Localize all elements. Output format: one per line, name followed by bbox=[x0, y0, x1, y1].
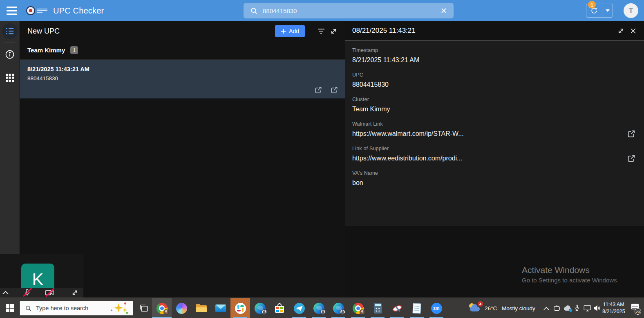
detail-header: 08/21/2025 11:43:21 bbox=[345, 21, 644, 41]
list-item-subtitle: 8804415830 bbox=[27, 75, 338, 81]
edge-icon bbox=[333, 303, 344, 314]
network-icon bbox=[584, 305, 591, 311]
microsoft-store-icon bbox=[275, 303, 284, 313]
group-count-badge: 1 bbox=[70, 46, 78, 54]
field-value: 8/21/2025 11:43:21 AM bbox=[352, 56, 617, 64]
detail-close-button[interactable] bbox=[627, 25, 639, 37]
search-highlights-icon[interactable] bbox=[110, 302, 129, 314]
video-call-mini-window[interactable]: K bbox=[0, 254, 83, 298]
taskbar-app-edge-3[interactable] bbox=[329, 298, 348, 318]
task-view-button[interactable] bbox=[135, 298, 153, 318]
tray-time: 11:43 AM bbox=[602, 301, 625, 308]
open-link-icon[interactable] bbox=[627, 129, 636, 138]
weather-temperature[interactable]: 26°C bbox=[485, 298, 497, 318]
search-bar[interactable] bbox=[244, 3, 454, 18]
list-item-title: 8/21/2025 11:43:21 AM bbox=[27, 66, 338, 72]
view-title: New UPC bbox=[27, 27, 275, 36]
participant-initial: K bbox=[32, 270, 43, 289]
add-button-label: Add bbox=[289, 28, 299, 34]
field-timestamp: Timestamp 8/21/2025 11:43:21 AM bbox=[352, 47, 637, 64]
watermark-line2: Go to Settings to activate Windows. bbox=[522, 277, 619, 284]
field-value: https://www.eedistribution.com/prodi... bbox=[352, 155, 617, 162]
expand-call-icon[interactable] bbox=[70, 288, 79, 297]
taskbar-app-mail[interactable] bbox=[211, 298, 230, 318]
tray-clock[interactable]: 11:43 AM 8/21/2025 bbox=[602, 298, 625, 318]
rail-divider bbox=[4, 43, 15, 43]
tray-microphone[interactable] bbox=[574, 298, 579, 318]
taskbar-app-edge-2[interactable] bbox=[309, 298, 329, 318]
chrome-icon bbox=[353, 303, 364, 314]
tray-network[interactable] bbox=[584, 298, 591, 318]
field-label: UPC bbox=[352, 72, 617, 78]
edge-icon bbox=[313, 303, 324, 314]
snipping-tool-icon bbox=[392, 303, 403, 314]
camera-off-icon[interactable] bbox=[45, 288, 54, 297]
taskbar-app-calculator[interactable] bbox=[368, 298, 387, 318]
clear-search-icon[interactable] bbox=[440, 7, 448, 15]
weather-tray-button[interactable]: 4 bbox=[468, 298, 482, 318]
taskbar-app-telegram[interactable] bbox=[289, 298, 309, 318]
sync-dropdown-button[interactable] bbox=[602, 4, 613, 17]
rail-item-list-view[interactable] bbox=[0, 21, 20, 41]
watermark-line1: Activate Windows bbox=[522, 265, 619, 275]
speaker-icon bbox=[593, 305, 601, 311]
taskbar-app-zoom[interactable]: zm bbox=[427, 298, 446, 318]
collapse-chevron-icon[interactable] bbox=[1, 288, 10, 297]
profile-badge bbox=[340, 309, 345, 315]
notification-count-badge: 23 bbox=[635, 308, 641, 315]
app-title: UPC Checker bbox=[53, 6, 104, 16]
screen-clip-icon bbox=[553, 305, 560, 311]
onedrive-cloud-icon bbox=[564, 305, 572, 311]
activate-windows-watermark: Activate Windows Go to Settings to activ… bbox=[522, 265, 619, 284]
rail-item-apps-grid[interactable] bbox=[0, 68, 20, 88]
taskbar-app-snipping-tool[interactable] bbox=[387, 298, 407, 318]
tray-volume[interactable] bbox=[593, 298, 601, 318]
field-label: Timestamp bbox=[352, 47, 617, 53]
filter-button[interactable] bbox=[315, 25, 327, 37]
add-button[interactable]: Add bbox=[275, 25, 305, 37]
taskbar-app-edge[interactable] bbox=[250, 298, 270, 318]
chevron-up-icon bbox=[543, 307, 549, 310]
open-supplier-link-icon[interactable] bbox=[330, 86, 339, 95]
tray-show-hidden-icons[interactable] bbox=[543, 298, 549, 318]
task-view-icon bbox=[140, 304, 148, 312]
detail-fullscreen-button[interactable] bbox=[615, 25, 627, 37]
action-center-button[interactable]: 23 bbox=[631, 298, 640, 318]
taskbar-app-chrome[interactable] bbox=[152, 298, 172, 318]
weather-condition[interactable]: Mostly cloudy bbox=[502, 298, 535, 318]
list-item[interactable]: 8/21/2025 11:43:21 AM 8804415830 bbox=[20, 60, 345, 99]
search-icon bbox=[25, 305, 32, 312]
chevron-down-icon bbox=[606, 9, 610, 12]
info-icon bbox=[5, 50, 15, 59]
taskbar-app-file-explorer[interactable] bbox=[191, 298, 211, 318]
tray-date: 8/21/2025 bbox=[602, 308, 625, 315]
open-walmart-link-icon[interactable] bbox=[314, 86, 323, 95]
tray-onedrive[interactable] bbox=[564, 298, 572, 318]
group-header[interactable]: Team Kimmy 1 bbox=[20, 41, 345, 60]
field-walmart-link: Walmart Link https://www.walmart.com/ip/… bbox=[352, 121, 637, 138]
taskbar-search-placeholder: Type here to search bbox=[36, 305, 110, 311]
field-va-name: VA's Name bon bbox=[352, 170, 637, 187]
action-center-icon: 23 bbox=[631, 304, 640, 313]
open-link-icon[interactable] bbox=[627, 154, 636, 163]
telegram-icon bbox=[294, 303, 305, 314]
microphone-muted-icon[interactable] bbox=[22, 288, 31, 297]
taskbar-app-chrome-2[interactable] bbox=[348, 298, 368, 318]
file-explorer-icon bbox=[196, 304, 207, 313]
taskbar-app-microsoft-store[interactable] bbox=[270, 298, 289, 318]
user-avatar[interactable]: T bbox=[624, 3, 638, 18]
menu-icon[interactable] bbox=[7, 7, 17, 15]
chrome-icon bbox=[157, 303, 168, 314]
tray-screen-clip[interactable] bbox=[553, 298, 560, 318]
taskbar-app-slack[interactable] bbox=[230, 298, 250, 318]
search-input[interactable] bbox=[263, 7, 454, 14]
start-button[interactable] bbox=[0, 298, 20, 318]
notepad-icon bbox=[412, 303, 421, 313]
fullscreen-button[interactable] bbox=[327, 25, 340, 37]
taskbar-app-notepad[interactable] bbox=[407, 298, 427, 318]
onedrive-status-badge bbox=[569, 309, 572, 312]
taskbar-app-copilot[interactable] bbox=[172, 298, 191, 318]
taskbar-search[interactable]: Type here to search bbox=[20, 301, 133, 316]
rail-item-app-info[interactable] bbox=[0, 45, 20, 64]
apps-grid-icon bbox=[5, 73, 14, 82]
